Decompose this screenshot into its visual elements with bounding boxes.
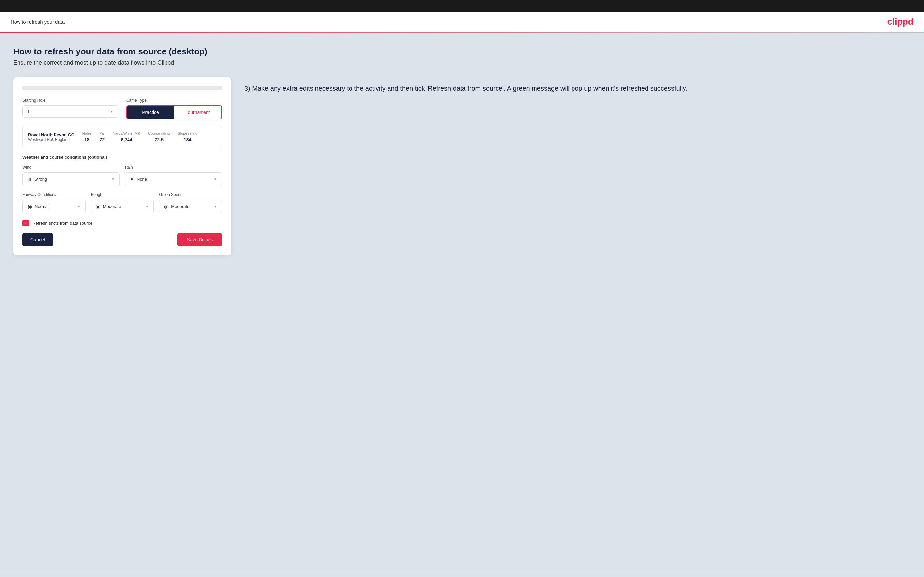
fairway-icon: ◉ [27, 203, 32, 210]
course-stats: Holes 18 Par 72 Yards/White (M)) 6,744 C… [82, 131, 197, 143]
course-location: Westward Ho!, England [28, 137, 76, 142]
rain-chevron: ▼ [214, 177, 217, 181]
practice-button[interactable]: Practice [127, 106, 174, 119]
main-content: How to refresh your data from source (de… [0, 33, 924, 571]
stat-holes: Holes 18 [82, 131, 92, 143]
wind-icon: ≋ [27, 176, 32, 182]
refresh-checkbox[interactable]: ✓ [23, 220, 29, 226]
starting-hole-select[interactable]: 1 ▼ [23, 105, 118, 118]
slope-rating-value: 134 [184, 137, 191, 142]
rain-icon: ✦ [130, 176, 134, 182]
yards-label: Yards/White (M)) [113, 131, 140, 135]
content-row: Starting Hole 1 ▼ Game Type Practice Tou… [13, 77, 911, 256]
green-speed-group: Green Speed ◎ Moderate ▼ [159, 192, 222, 213]
rough-value: Moderate [103, 204, 121, 209]
par-label: Par [99, 131, 105, 135]
rain-label: Rain [125, 165, 222, 170]
starting-hole-value: 1 [27, 109, 30, 114]
fairway-value: Normal [35, 204, 48, 209]
yards-value: 6,744 [121, 137, 132, 142]
rough-icon: ◉ [96, 203, 100, 210]
stat-par: Par 72 [99, 131, 105, 143]
green-speed-chevron: ▼ [214, 205, 217, 208]
course-details: Royal North Devon GC, Westward Ho!, Engl… [28, 132, 76, 142]
rain-select[interactable]: ✦ None ▼ [125, 172, 222, 186]
game-type-group: Game Type Practice Tournament [126, 98, 222, 119]
green-speed-select[interactable]: ◎ Moderate ▼ [159, 200, 222, 213]
stat-yards: Yards/White (M)) 6,744 [113, 131, 140, 143]
wind-chevron: ▼ [111, 177, 115, 181]
conditions-grid-top: Wind ≋ Strong ▼ Rain ✦ None [23, 165, 222, 186]
holes-value: 18 [84, 137, 89, 142]
course-rating-label: Course rating [148, 131, 170, 135]
top-bar [0, 0, 924, 12]
holes-label: Holes [82, 131, 92, 135]
wind-label: Wind [23, 165, 120, 170]
fairway-select[interactable]: ◉ Normal ▼ [23, 200, 86, 213]
conditions-section-title: Weather and course conditions (optional) [23, 155, 222, 160]
header-title: How to refresh your data [11, 19, 65, 25]
course-info: Royal North Devon GC, Westward Ho!, Engl… [23, 126, 222, 148]
slope-rating-label: Slope rating [178, 131, 197, 135]
save-button[interactable]: Save Details [178, 233, 222, 246]
starting-hole-group: Starting Hole 1 ▼ [23, 98, 118, 119]
game-type-label: Game Type [126, 98, 222, 103]
rain-inner: ✦ None [130, 176, 147, 182]
logo: clippd [887, 16, 913, 27]
green-speed-icon: ◎ [164, 203, 168, 210]
card-top-placeholder [23, 86, 222, 90]
side-text-block: 3) Make any extra edits necessary to the… [244, 77, 911, 94]
form-card: Starting Hole 1 ▼ Game Type Practice Tou… [13, 77, 231, 256]
page-subtitle: Ensure the correct and most up to date d… [13, 60, 911, 66]
course-name: Royal North Devon GC, [28, 132, 76, 137]
starting-hole-label: Starting Hole [23, 98, 118, 103]
stat-slope-rating: Slope rating 134 [178, 131, 197, 143]
wind-inner: ≋ Strong [27, 176, 47, 182]
rough-select[interactable]: ◉ Moderate ▼ [91, 200, 154, 213]
wind-select[interactable]: ≋ Strong ▼ [23, 172, 120, 186]
side-text-content: 3) Make any extra edits necessary to the… [244, 84, 911, 94]
starting-hole-chevron: ▼ [110, 110, 113, 113]
game-type-toggle: Practice Tournament [126, 105, 222, 119]
wind-value: Strong [34, 177, 47, 182]
footer: Copyright Clippd 2022 [0, 571, 924, 577]
rough-label: Rough [91, 192, 154, 197]
rough-chevron: ▼ [145, 205, 149, 208]
conditions-grid-bottom: Fairway Conditions ◉ Normal ▼ Rough ◉ [23, 192, 222, 213]
green-speed-value: Moderate [171, 204, 189, 209]
form-row-top: Starting Hole 1 ▼ Game Type Practice Tou… [23, 98, 222, 119]
fairway-label: Fairway Conditions [23, 192, 86, 197]
cancel-button[interactable]: Cancel [23, 233, 53, 246]
wind-group: Wind ≋ Strong ▼ [23, 165, 120, 186]
refresh-label: Refresh shots from data source [32, 221, 92, 226]
course-rating-value: 72.5 [155, 137, 163, 142]
tournament-button[interactable]: Tournament [174, 106, 221, 119]
check-icon: ✓ [24, 221, 27, 226]
rough-group: Rough ◉ Moderate ▼ [91, 192, 154, 213]
rough-inner: ◉ Moderate [96, 203, 121, 210]
fairway-inner: ◉ Normal [27, 203, 48, 210]
green-speed-label: Green Speed [159, 192, 222, 197]
fairway-chevron: ▼ [77, 205, 81, 208]
par-value: 72 [100, 137, 105, 142]
page-heading: How to refresh your data from source (de… [13, 47, 911, 57]
stat-course-rating: Course rating 72.5 [148, 131, 170, 143]
header: How to refresh your data clippd [0, 12, 924, 32]
button-row: Cancel Save Details [23, 233, 222, 246]
rain-group: Rain ✦ None ▼ [125, 165, 222, 186]
rain-value: None [137, 177, 147, 182]
green-speed-inner: ◎ Moderate [164, 203, 189, 210]
fairway-group: Fairway Conditions ◉ Normal ▼ [23, 192, 86, 213]
refresh-checkbox-row: ✓ Refresh shots from data source [23, 220, 222, 226]
